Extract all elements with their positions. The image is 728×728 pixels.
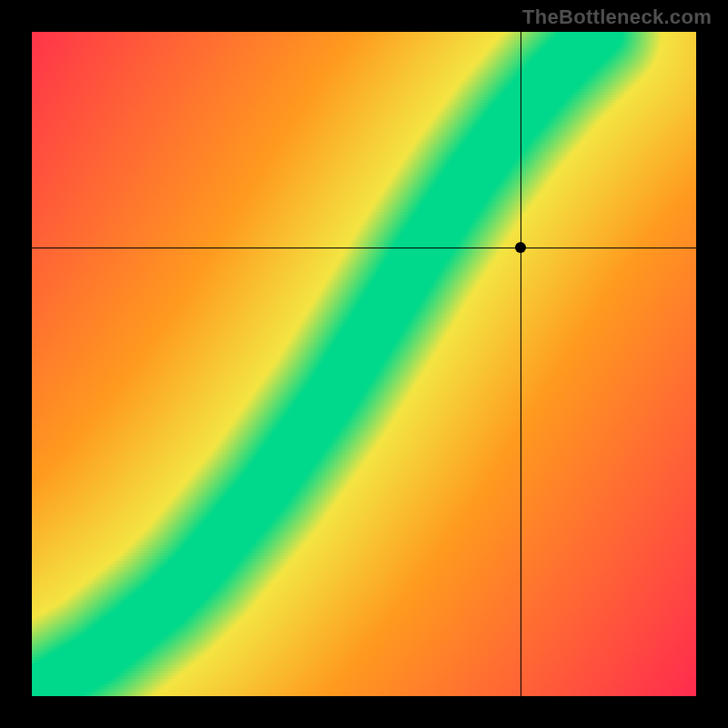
- selected-point-marker: [515, 242, 526, 253]
- crosshair-horizontal: [32, 248, 696, 248]
- watermark-text: TheBottleneck.com: [522, 5, 712, 29]
- bottleneck-heatmap: [32, 32, 696, 696]
- crosshair-vertical: [521, 32, 521, 696]
- chart-frame: TheBottleneck.com: [0, 0, 728, 728]
